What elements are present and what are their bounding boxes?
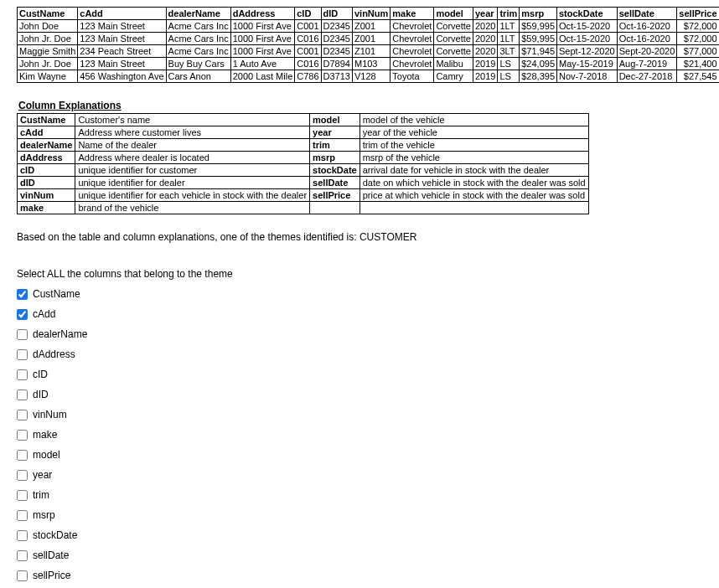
option-checkbox[interactable] <box>17 470 28 481</box>
option-checkbox[interactable] <box>17 570 28 581</box>
data-cell: Chevrolet <box>391 45 434 58</box>
data-cell: LS <box>498 70 520 83</box>
explanation-key: dealerName <box>18 139 75 152</box>
explanation-row: dIDunique identifier for dealersellDated… <box>18 177 589 189</box>
option-checkbox[interactable] <box>17 349 28 360</box>
data-header-cell: msrp <box>520 8 557 20</box>
data-cell: Aug-7-2019 <box>617 58 677 70</box>
option-checkbox[interactable] <box>17 490 28 501</box>
checkbox-item: dID <box>17 389 702 400</box>
data-cell: $21,400 <box>677 58 719 70</box>
data-cell: Chevrolet <box>391 20 434 33</box>
data-cell: D3713 <box>321 70 352 83</box>
explanation-value: price at which vehicle in stock with the… <box>360 189 588 202</box>
data-cell: Sept-20-2020 <box>617 45 677 58</box>
data-cell: $71,945 <box>520 45 557 58</box>
column-explanations-title: Column Explanations <box>18 100 702 111</box>
data-header-cell: cID <box>295 8 321 20</box>
data-cell: Oct-16-2020 <box>617 20 677 33</box>
data-cell: Kim Wayne <box>18 70 78 83</box>
option-checkbox[interactable] <box>17 369 28 380</box>
data-cell: Toyota <box>391 70 434 83</box>
data-table: CustNamecAdddealerNamedAddresscIDdIDvinN… <box>17 7 719 83</box>
option-checkbox[interactable] <box>17 530 28 541</box>
option-label: msrp <box>33 509 55 521</box>
data-cell: 1LT <box>498 33 520 45</box>
data-header-cell: vinNum <box>352 8 390 20</box>
explanation-value: msrp of the vehicle <box>360 152 588 164</box>
option-checkbox[interactable] <box>17 410 28 420</box>
explanation-row: cAddAddress where customer livesyearyear… <box>18 126 589 139</box>
option-checkbox[interactable] <box>17 550 28 561</box>
explanation-key: year <box>310 126 360 139</box>
data-cell: 123 Main Street <box>78 33 166 45</box>
data-cell: Acme Cars Inc <box>166 20 230 33</box>
option-checkbox[interactable] <box>17 329 28 340</box>
explanation-row: dealerNameName of the dealertrimtrim of … <box>18 139 589 152</box>
data-cell: 234 Peach Street <box>78 45 166 58</box>
table-row: Maggie Smith234 Peach StreetAcme Cars In… <box>18 45 720 58</box>
data-cell: Z001 <box>352 33 390 45</box>
explanation-key: dAddress <box>18 152 75 164</box>
data-cell: LS <box>498 58 520 70</box>
data-cell: 2020 <box>473 20 497 33</box>
explanation-value: Name of the dealer <box>75 139 310 152</box>
data-cell: Chevrolet <box>391 58 434 70</box>
data-header-cell: trim <box>498 8 520 20</box>
option-checkbox[interactable] <box>17 389 28 400</box>
option-checkbox[interactable] <box>17 430 28 441</box>
data-header-cell: cAdd <box>78 8 166 20</box>
data-cell: Acme Cars Inc <box>166 45 230 58</box>
explanation-value: Address where dealer is located <box>75 152 310 164</box>
checkbox-list: CustNamecAdddealerNamedAddresscIDdIDvinN… <box>17 288 702 581</box>
data-header-cell: CustName <box>18 8 78 20</box>
data-cell: C016 <box>295 58 321 70</box>
data-cell: Buy Buy Cars <box>166 58 230 70</box>
explanation-row: makebrand of the vehicle <box>18 202 589 214</box>
explanation-key: cAdd <box>18 126 75 139</box>
data-header-cell: sellPrice <box>677 8 719 20</box>
data-cell: Acme Cars Inc <box>166 33 230 45</box>
option-checkbox[interactable] <box>17 289 28 300</box>
option-label: sellDate <box>33 549 69 561</box>
option-checkbox[interactable] <box>17 309 28 320</box>
option-checkbox[interactable] <box>17 510 28 521</box>
data-cell: Corvette <box>434 33 473 45</box>
data-header-cell: make <box>391 8 434 20</box>
explanation-value: brand of the vehicle <box>75 202 310 214</box>
explanation-value: Customer's name <box>75 114 310 126</box>
explanation-key: make <box>18 202 75 214</box>
data-cell: V128 <box>352 70 390 83</box>
data-cell: Cars Anon <box>166 70 230 83</box>
data-cell: Corvette <box>434 20 473 33</box>
checkbox-item: make <box>17 429 702 441</box>
explanation-value: date on which vehicle in stock with the … <box>360 177 588 189</box>
explanation-key: stockDate <box>310 164 360 177</box>
option-label: dID <box>33 389 49 400</box>
checkbox-item: msrp <box>17 509 702 521</box>
option-label: trim <box>33 489 49 501</box>
data-cell: 1 Auto Ave <box>230 58 295 70</box>
explanation-row: vinNumunique identifier for each vehicle… <box>18 189 589 202</box>
explanation-value <box>360 202 588 214</box>
data-cell: $28,395 <box>520 70 557 83</box>
explanation-row: CustNameCustomer's namemodelmodel of the… <box>18 114 589 126</box>
data-cell: D2345 <box>321 45 352 58</box>
data-cell: Maggie Smith <box>18 45 78 58</box>
theme-prompt: Based on the table and column explanatio… <box>17 231 702 243</box>
data-cell: 2019 <box>473 70 497 83</box>
table-row: Kim Wayne456 Washington AveCars Anon2000… <box>18 70 720 83</box>
explanation-key: CustName <box>18 114 75 126</box>
explanation-value: unique identifier for each vehicle in st… <box>75 189 310 202</box>
data-cell: John Jr. Doe <box>18 58 78 70</box>
data-cell: 2019 <box>473 58 497 70</box>
data-cell: $59,995 <box>520 20 557 33</box>
option-label: sellPrice <box>33 570 70 581</box>
data-header-cell: model <box>434 8 473 20</box>
option-label: model <box>33 449 60 461</box>
option-checkbox[interactable] <box>17 450 28 461</box>
explanation-value: year of the vehicle <box>360 126 588 139</box>
data-cell: C001 <box>295 20 321 33</box>
explanation-value: unique identifier for dealer <box>75 177 310 189</box>
data-cell: May-15-2019 <box>557 58 618 70</box>
